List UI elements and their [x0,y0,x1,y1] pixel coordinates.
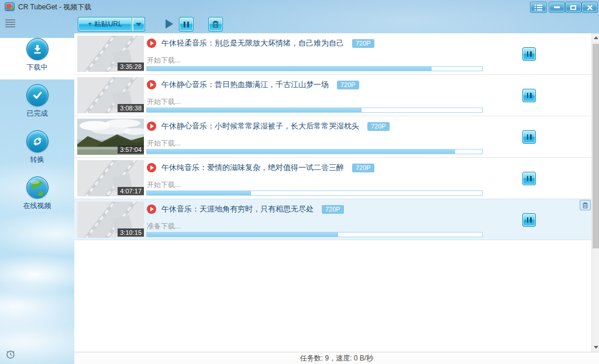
pause-button[interactable] [522,89,536,102]
progress-bar [146,232,483,237]
toolbar-separator [199,21,200,29]
download-list: 3:35:28 午休轻柔音乐：别总是无限放大坏情绪，自己难为自己 720P 开始… [74,33,591,352]
thumbnail: 3:57:04 [77,119,144,155]
paste-url-button[interactable]: + 粘贴URL [78,17,132,32]
sidebar-item-downloading[interactable]: 下载中 [0,38,74,79]
quality-badge: 720P [337,81,359,89]
status-text: 开始下载... [147,138,181,148]
sidebar-item-online-video[interactable]: 在线视频 [0,176,74,218]
download-row[interactable]: 4:07:17 午休纯音乐：爱情的滋味复杂，绝对值得一试二尝三醉 720P 开始… [74,158,591,199]
maximize-button[interactable] [565,2,581,13]
scrollbar[interactable] [591,33,599,352]
status-text: 开始下载... [147,180,181,190]
duration-badge: 3:10:15 [118,228,144,237]
progress-bar [146,108,483,113]
close-button[interactable] [581,2,598,13]
title-line: 午休音乐：天涯地角有穷时，只有相思无尽处 720P [147,204,344,214]
start-all-button[interactable] [166,19,173,29]
video-source-icon [147,80,156,89]
download-row[interactable]: 3:08:38 午休静心音乐：昔日热血撒满江，千古江山梦一场 720P 开始下载… [74,75,591,116]
toolbar: + 粘贴URL [0,15,599,33]
list-menu-icon[interactable] [5,19,15,27]
video-title: 午休静心音乐：昔日热血撒满江，千古江山梦一场 [161,79,329,90]
video-source-icon [147,39,156,48]
title-line: 午休静心音乐：昔日热血撒满江，千古江山梦一场 720P [147,79,359,90]
duration-badge: 3:35:28 [118,63,144,71]
thumbnail: 4:07:17 [77,160,144,196]
toolbar-separator [155,21,156,29]
clock-icon[interactable] [6,349,16,359]
thumbnail: 3:10:15 [77,202,144,238]
sidebar-item-label: 在线视频 [0,201,74,211]
status-text: 开始下载... [147,97,181,107]
globe-icon [26,176,49,199]
download-row[interactable]: 3:57:04 午休静心音乐：小时候常常尿湿被子，长大后常常哭湿枕头 720P … [74,116,591,158]
progress-fill [147,233,338,237]
download-icon [26,38,49,60]
pause-all-button[interactable] [179,17,194,32]
status-text: 准备下载... [147,221,181,231]
convert-icon [26,130,49,152]
minimize-button[interactable] [549,2,565,13]
sidebar: 下载中 已完成 转换 在线视频 [0,33,74,364]
pause-button[interactable] [522,172,536,185]
title-line: 午休纯音乐：爱情的滋味复杂，绝对值得一试二尝三醉 720P [147,162,374,173]
video-title: 午休音乐：天涯地角有穷时，只有相思无尽处 [161,204,314,214]
scroll-up-arrow[interactable] [592,33,599,42]
status-text: 开始下载... [147,56,181,65]
app-window: CR TubeGet - 视频下载 + 粘贴URL [0,0,599,364]
chevron-down-icon [136,23,142,26]
download-row[interactable]: 3:35:28 午休轻柔音乐：别总是无限放大坏情绪，自己难为自己 720P 开始… [74,33,591,75]
sidebar-item-label: 已完成 [0,109,74,119]
video-title: 午休轻柔音乐：别总是无限放大坏情绪，自己难为自己 [161,38,344,48]
title-line: 午休轻柔音乐：别总是无限放大坏情绪，自己难为自己 720P [147,38,374,48]
progress-fill [147,108,362,112]
pause-icon [184,22,185,27]
thumbnail: 3:35:28 [77,36,144,72]
video-source-icon [147,204,156,214]
duration-badge: 3:57:04 [118,145,144,154]
paste-url-dropdown[interactable] [132,17,145,32]
sidebar-item-label: 下载中 [0,63,74,72]
quality-badge: 720P [367,122,390,131]
menu-icon [535,5,542,6]
progress-fill [147,67,432,71]
sidebar-item-label: 转换 [0,155,74,165]
sidebar-item-convert[interactable]: 转换 [0,130,74,172]
pause-button[interactable] [522,47,536,61]
trash-icon [211,20,220,29]
delete-icon[interactable] [580,200,591,210]
title-line: 午休静心音乐：小时候常常尿湿被子，长大后常常哭湿枕头 720P [147,121,390,131]
video-title: 午休静心音乐：小时候常常尿湿被子，长大后常常哭湿枕头 [161,121,359,131]
scrollbar-thumb[interactable] [593,44,599,248]
menu-button[interactable] [530,2,547,13]
titlebar: CR TubeGet - 视频下载 [0,0,599,15]
minimize-icon [554,6,560,8]
progress-bar [146,190,483,196]
status-text: 任务数: 9，速度: 0 B/秒 [300,354,373,362]
thumbnail: 3:08:38 [77,77,144,113]
pause-button[interactable] [522,130,536,144]
duration-badge: 4:07:17 [118,187,144,195]
app-icon [5,2,15,11]
delete-all-button[interactable] [208,17,223,32]
video-source-icon [147,163,156,172]
quality-badge: 720P [352,39,374,48]
progress-fill [147,150,455,154]
window-title: CR TubeGet - 视频下载 [18,0,91,15]
video-source-icon [147,122,156,131]
quality-badge: 720P [352,164,374,172]
sidebar-item-completed[interactable]: 已完成 [0,84,74,126]
check-icon [26,84,49,106]
video-title: 午休纯音乐：爱情的滋味复杂，绝对值得一试二尝三醉 [161,162,344,173]
progress-fill [147,191,251,195]
pause-button[interactable] [522,213,536,227]
close-icon [587,4,593,11]
status-bar: 任务数: 9，速度: 0 B/秒 [74,352,599,364]
scroll-down-arrow[interactable] [592,343,599,352]
progress-bar [146,149,483,154]
quality-badge: 720P [322,205,344,214]
progress-bar [146,66,483,71]
paste-url-label: + 粘贴URL [88,19,122,29]
download-row[interactable]: 3:10:15 午休音乐：天涯地角有穷时，只有相思无尽处 720P 准备下载..… [74,199,591,240]
